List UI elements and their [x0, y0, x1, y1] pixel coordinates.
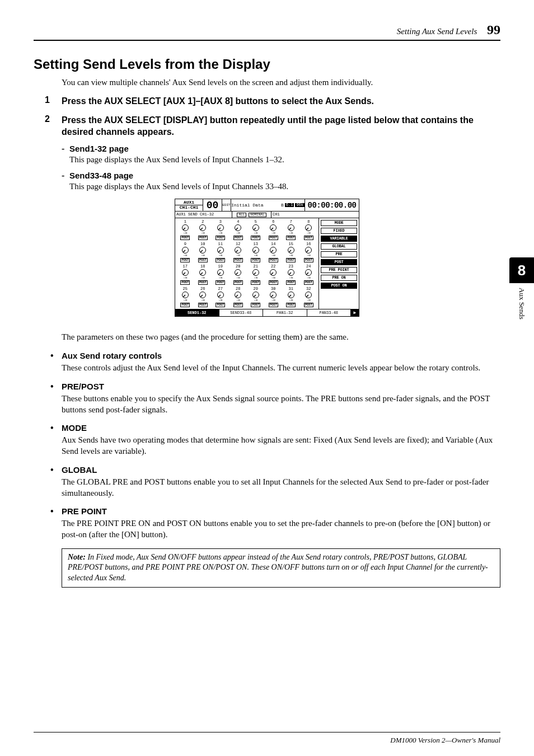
prepost-button[interactable]: POST [216, 280, 225, 285]
knob-value: -∞ [307, 276, 311, 280]
mode-button-pre[interactable]: PRE [321, 251, 357, 257]
knob-24[interactable]: 24-∞POST [300, 264, 318, 287]
knob-12[interactable]: 12-∞POST [229, 242, 247, 264]
knob-17[interactable]: 17-∞POST [176, 264, 194, 287]
knob-16[interactable]: 16-∞POST [300, 242, 318, 264]
prepost-button[interactable]: POST [180, 258, 190, 262]
lcd-aux-cell: AUX1 CH1-CH1 [175, 199, 203, 211]
prepost-button[interactable]: POST [216, 236, 225, 240]
prepost-button[interactable]: POST [251, 303, 260, 307]
knob-22[interactable]: 22-∞POST [265, 264, 283, 287]
knob-number: 25 [183, 287, 188, 291]
prepost-button[interactable]: POST [286, 258, 296, 262]
bullet-list: Aux Send rotary controlsThese controls a… [34, 351, 500, 540]
knob-value: -∞ [289, 299, 293, 302]
mode-button-variable[interactable]: VARIABLE [321, 236, 357, 242]
tab-pan1-32[interactable]: PAN1-32 [263, 309, 307, 316]
knob-value: -∞ [183, 276, 187, 280]
prepost-button[interactable]: POST [233, 280, 243, 285]
prepost-button[interactable]: POST [198, 280, 208, 285]
prepost-button[interactable]: POST [286, 280, 296, 285]
prepost-button[interactable]: POST [304, 303, 313, 307]
knob-15[interactable]: 15-∞POST [282, 242, 300, 264]
prepost-button[interactable]: POST [286, 303, 296, 307]
prepost-button[interactable]: POST [304, 258, 313, 262]
prepost-button[interactable]: POST [251, 280, 260, 285]
knob-30[interactable]: 30-∞POST [265, 287, 283, 309]
prepost-button[interactable]: POST [198, 303, 208, 307]
prepost-button[interactable]: POST [269, 236, 278, 240]
tab-pan33-48[interactable]: PAN33-48 [307, 309, 352, 316]
bullet-item: PRE POINTThe PRE POINT PRE ON and POST O… [34, 506, 500, 541]
prepost-button[interactable]: POST [233, 236, 243, 240]
knob-value: -∞ [271, 299, 275, 302]
knob-9[interactable]: 9-∞POST [176, 242, 194, 264]
prepost-button[interactable]: POST [180, 236, 190, 240]
mode-button-fixed[interactable]: FIXED [321, 228, 357, 234]
lcd-knob-grid: 1-∞POST2-∞POST3-∞POST4-∞POST5-∞POST6-∞PO… [175, 218, 318, 309]
prepost-button[interactable]: POST [180, 303, 190, 307]
step-2-text: Press the AUX SELECT [DISPLAY] button re… [62, 114, 500, 138]
prepost-button[interactable]: POST [180, 280, 190, 285]
knob-31[interactable]: 31-∞POST [282, 287, 300, 309]
knob-11[interactable]: 11-∞POST [212, 242, 229, 264]
knob-3[interactable]: 3-∞POST [212, 219, 229, 242]
svg-line-3 [200, 228, 203, 230]
mode-button-global[interactable]: GLOBAL [321, 243, 357, 250]
knob-21[interactable]: 21-∞POST [247, 264, 265, 287]
knob-6[interactable]: 6-∞POST [265, 219, 283, 242]
prepost-button[interactable]: POST [286, 236, 296, 240]
knob-25[interactable]: 25-∞POST [176, 287, 194, 309]
knob-2[interactable]: 2-∞POST [194, 219, 212, 242]
subitem-send1-32: Send1-32 page This page displays the Aux… [62, 144, 500, 165]
prepost-button[interactable]: POST [269, 280, 278, 285]
knob-10[interactable]: 10-∞POST [194, 242, 212, 264]
lcd-nominal-tag: NOMINAL [249, 213, 266, 217]
knob-23[interactable]: 23-∞POST [282, 264, 300, 287]
prepost-button[interactable]: POST [269, 258, 278, 262]
knob-14[interactable]: 14-∞POST [265, 242, 283, 264]
knob-26[interactable]: 26-∞POST [194, 287, 212, 309]
prepost-button[interactable]: POST [251, 236, 260, 240]
knob-4[interactable]: 4-∞POST [229, 219, 247, 242]
mode-button-post-on[interactable]: POST ON [321, 283, 357, 289]
tab-send1-32[interactable]: SEND1-32 [175, 309, 219, 316]
knob-32[interactable]: 32-∞POST [300, 287, 318, 309]
bullet-head: GLOBAL [62, 465, 500, 475]
knob-5[interactable]: 5-∞POST [247, 219, 265, 242]
knob-28[interactable]: 28-∞POST [229, 287, 247, 309]
knob-value: -∞ [289, 254, 293, 257]
knob-19[interactable]: 19-∞POST [212, 264, 229, 287]
prepost-button[interactable]: POST [216, 303, 225, 307]
knob-27[interactable]: 27-∞POST [212, 287, 229, 309]
tab-scroll-right[interactable]: ▶ [351, 309, 359, 316]
knob-8[interactable]: 8-∞POST [300, 219, 318, 242]
knob-20[interactable]: 20-∞POST [229, 264, 247, 287]
knob-7[interactable]: 7-∞POST [282, 219, 300, 242]
prepost-button[interactable]: POST [216, 258, 225, 262]
knob-1[interactable]: 1-∞POST [176, 219, 194, 242]
prepost-button[interactable]: POST [233, 303, 243, 307]
prepost-button[interactable]: POST [198, 258, 208, 262]
knob-18[interactable]: 18-∞POST [194, 264, 212, 287]
rotary-icon [181, 269, 189, 276]
rotary-icon [287, 246, 295, 254]
mode-button-pre-on[interactable]: PRE ON [321, 275, 357, 281]
knob-value: -∞ [289, 276, 293, 280]
mode-button-post[interactable]: POST [321, 259, 357, 265]
knob-number: 27 [218, 287, 223, 291]
prepost-button[interactable]: POST [198, 236, 208, 240]
prepost-button[interactable]: POST [304, 280, 313, 285]
tab-send33-48[interactable]: SEND33-48 [219, 309, 264, 316]
mode-button-mode[interactable]: MODE [321, 220, 357, 226]
prepost-button[interactable]: POST [233, 258, 243, 262]
knob-29[interactable]: 29-∞POST [247, 287, 265, 309]
prepost-button[interactable]: POST [251, 258, 260, 262]
svg-line-57 [254, 295, 256, 297]
prepost-button[interactable]: POST [269, 303, 278, 307]
rotary-icon [217, 269, 224, 276]
mode-button-pre-point[interactable]: PRE POINT [321, 267, 357, 273]
prepost-button[interactable]: POST [304, 236, 313, 240]
knob-number: 14 [271, 242, 275, 246]
knob-13[interactable]: 13-∞POST [247, 242, 265, 264]
